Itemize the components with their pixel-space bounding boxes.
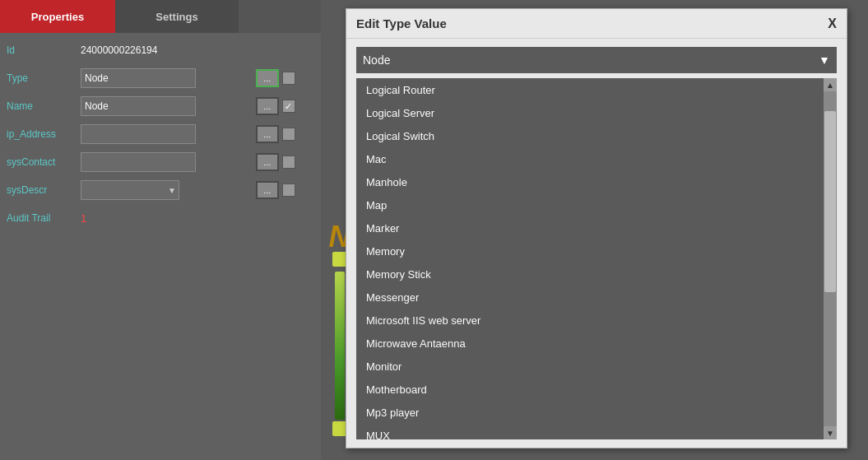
syscontact-checkbox[interactable] <box>282 156 295 169</box>
ipaddress-dots-button[interactable]: ... <box>256 125 279 143</box>
syscontact-input[interactable] <box>81 152 196 172</box>
type-checkbox[interactable] <box>282 72 295 85</box>
list-item[interactable]: Mac <box>356 147 824 170</box>
tab-settings[interactable]: Settings <box>115 0 239 33</box>
list-item[interactable]: Map <box>356 193 824 216</box>
sysdescr-label: sysDescr <box>0 176 74 204</box>
list-item[interactable]: Microwave Antaenna <box>356 332 824 355</box>
dialog-close-button[interactable]: X <box>828 16 837 31</box>
table-row: Type ... <box>0 64 321 92</box>
list-item[interactable]: Logical Server <box>356 101 824 124</box>
table-row: Name ... <box>0 92 321 120</box>
list-item[interactable]: Microsoft IIS web server <box>356 309 824 332</box>
list-container: Logical RouterLogical ServerLogical Swit… <box>356 78 837 439</box>
table-row: sysDescr ▼ ... <box>0 176 321 204</box>
sysdescr-actions: ... <box>256 181 314 199</box>
node-dot-bottom <box>332 421 347 436</box>
syscontact-dots-button[interactable]: ... <box>256 153 279 171</box>
properties-table: Id 24000000226194 Type ... Name <box>0 36 321 232</box>
list-item[interactable]: Marker <box>356 216 824 239</box>
table-row: Audit Trail 1 <box>0 204 321 232</box>
scrollbar-thumb[interactable] <box>824 111 836 292</box>
node-bar <box>335 272 345 420</box>
audittrail-label: Audit Trail <box>0 204 74 232</box>
name-actions: ... <box>256 97 314 115</box>
tabs-bar: Properties Settings <box>0 0 321 33</box>
table-row: sysContact ... <box>0 148 321 176</box>
dropdown-arrow-button[interactable]: ▼ <box>812 47 837 73</box>
list-item[interactable]: Memory <box>356 239 824 263</box>
list-item[interactable]: MUX <box>356 424 824 439</box>
ipaddress-checkbox[interactable] <box>282 128 295 141</box>
scrollbar-up-button[interactable]: ▲ <box>824 78 837 91</box>
type-dropdown[interactable]: Node <box>356 47 812 73</box>
list-items: Logical RouterLogical ServerLogical Swit… <box>356 78 824 439</box>
list-item[interactable]: Monitor <box>356 355 824 378</box>
sysdescr-select[interactable] <box>81 180 179 200</box>
type-input[interactable] <box>81 68 196 88</box>
scrollbar-down-button[interactable]: ▼ <box>824 426 837 439</box>
sysdescr-dots-button[interactable]: ... <box>256 181 279 199</box>
dialog-title: Edit Type Value <box>356 16 447 30</box>
sysdescr-checkbox[interactable] <box>282 184 295 197</box>
left-panel: Properties Settings Id 24000000226194 Ty… <box>0 0 321 460</box>
list-item[interactable]: Logical Router <box>356 78 824 101</box>
ipaddress-actions: ... <box>256 125 314 143</box>
tab-properties[interactable]: Properties <box>0 0 115 33</box>
list-item[interactable]: Messenger <box>356 286 824 309</box>
name-dots-button[interactable]: ... <box>256 97 279 115</box>
list-item[interactable]: Logical Switch <box>356 124 824 147</box>
name-input[interactable] <box>81 96 196 116</box>
name-label: Name <box>0 92 74 120</box>
table-row: Id 24000000226194 <box>0 36 321 64</box>
node-dot-top <box>332 252 347 267</box>
table-row: ip_Address ... <box>0 120 321 148</box>
audittrail-value: 1 <box>81 212 86 225</box>
list-item[interactable]: Manhole <box>356 170 824 193</box>
ipaddress-input[interactable] <box>81 124 196 144</box>
id-label: Id <box>0 36 74 64</box>
type-label: Type <box>0 64 74 92</box>
dropdown-arrow-icon: ▼ <box>819 53 830 67</box>
scrollbar-track[interactable]: ▲ ▼ <box>824 78 837 439</box>
type-dots-button[interactable]: ... <box>256 69 279 87</box>
id-value: 24000000226194 <box>74 36 321 64</box>
list-item[interactable]: Motherboard <box>356 378 824 401</box>
dialog-titlebar: Edit Type Value X <box>346 9 847 39</box>
ipaddress-label: ip_Address <box>0 120 74 148</box>
syscontact-label: sysContact <box>0 148 74 176</box>
name-checkbox[interactable] <box>282 100 295 113</box>
syscontact-actions: ... <box>256 153 314 171</box>
list-item[interactable]: Mp3 player <box>356 401 824 424</box>
dialog-body: Node ▼ Logical RouterLogical ServerLogic… <box>346 39 847 448</box>
list-item[interactable]: Memory Stick <box>356 263 824 286</box>
edit-type-dialog: Edit Type Value X Node ▼ Logical RouterL… <box>346 8 847 448</box>
type-actions: ... <box>256 69 314 87</box>
dropdown-row: Node ▼ <box>356 47 837 73</box>
